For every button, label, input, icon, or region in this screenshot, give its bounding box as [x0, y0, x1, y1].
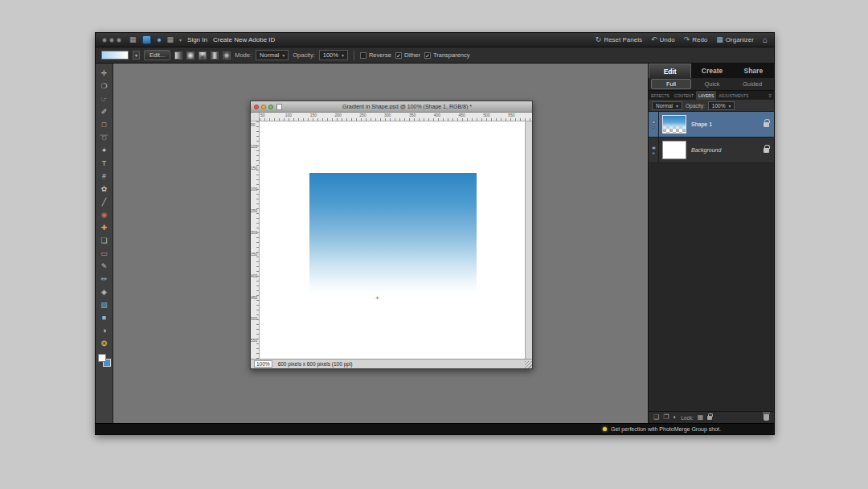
lock-all-icon[interactable]: [707, 416, 712, 420]
tab-effects[interactable]: EFFECTS: [649, 91, 672, 100]
zoom-level-field[interactable]: 100%: [254, 360, 272, 368]
window-zoom-button[interactable]: [117, 38, 121, 43]
shape-tool[interactable]: ■: [98, 311, 111, 324]
reset-panels-button[interactable]: ↻ Reset Panels: [596, 36, 642, 43]
crop-tool[interactable]: #: [98, 170, 111, 183]
layer-opacity-dropdown[interactable]: 100% ▾: [708, 101, 735, 110]
layer-blend-mode-dropdown[interactable]: Normal ▾: [652, 101, 682, 110]
type-tool[interactable]: T: [98, 157, 111, 170]
color-swatches[interactable]: [98, 354, 111, 367]
layer-visibility-toggle[interactable]: [649, 138, 659, 162]
close-icon[interactable]: [254, 105, 259, 109]
opacity-dropdown[interactable]: 100% ▾: [319, 50, 348, 60]
canvas[interactable]: +: [260, 121, 525, 359]
tab-create[interactable]: Create: [691, 64, 732, 78]
redo-button[interactable]: ↷ Redo: [684, 36, 708, 43]
rect-marquee-tool[interactable]: □: [98, 118, 111, 131]
hand-tool[interactable]: ☞: [98, 92, 111, 105]
reflected-gradient-icon[interactable]: [211, 51, 219, 60]
panel-menu-icon[interactable]: ≡: [768, 91, 774, 100]
eye-icon[interactable]: [652, 126, 655, 129]
tab-adjustments[interactable]: ADJUSTMENTS: [716, 91, 751, 100]
smart-brush-tool[interactable]: ✏: [98, 273, 111, 286]
vertical-ruler: 50100150200250300350400450500550: [251, 121, 260, 359]
eye-icon[interactable]: [652, 121, 656, 124]
tab-guided[interactable]: Guided: [733, 80, 772, 88]
new-group-icon[interactable]: ❐: [663, 414, 669, 421]
window-close-button[interactable]: [102, 38, 107, 43]
titlebar-actions: ↻ Reset Panels ↶ Undo ↷ Redo ▦ Organizer…: [596, 35, 768, 44]
blur-tool[interactable]: ◑: [98, 324, 111, 337]
checkbox-box[interactable]: ✓: [395, 52, 402, 59]
zoom-window-icon[interactable]: [268, 105, 273, 109]
tab-quick[interactable]: Quick: [693, 80, 731, 88]
layout-grid-icon[interactable]: ▦: [167, 36, 174, 43]
cookie-cutter-tool[interactable]: ✿: [98, 183, 111, 195]
straighten-tool[interactable]: ╱: [98, 195, 111, 208]
sign-in-link[interactable]: Sign In: [187, 36, 207, 43]
tip-text[interactable]: Get perfection with PhotoMerge Group sho…: [611, 426, 721, 432]
edit-gradient-button[interactable]: Edit...: [144, 50, 170, 60]
photoshop-app-icon[interactable]: [142, 35, 151, 44]
document-window[interactable]: Gradient in Shape.psd @ 100% (Shape 1, R…: [250, 101, 533, 369]
foreground-color-swatch[interactable]: [98, 354, 106, 362]
tab-edit[interactable]: Edit: [649, 64, 691, 78]
eraser-tool[interactable]: ▭: [98, 247, 111, 260]
checkbox-box[interactable]: ✓: [424, 52, 431, 59]
home-icon[interactable]: ⌂: [763, 35, 768, 44]
clone-stamp-tool[interactable]: ❏: [98, 234, 111, 247]
layer-thumbnail[interactable]: [662, 115, 686, 134]
minimize-icon[interactable]: [261, 105, 266, 109]
eye-icon[interactable]: [652, 146, 656, 150]
blend-mode-dropdown[interactable]: Normal ▾: [256, 50, 289, 60]
zoom-tool[interactable]: ❍: [98, 80, 111, 92]
eyedropper-tool[interactable]: ✐: [98, 105, 111, 118]
diamond-gradient-icon[interactable]: [223, 51, 231, 60]
linear-gradient-icon[interactable]: [174, 51, 182, 60]
red-eye-tool[interactable]: ◉: [98, 208, 111, 221]
delete-layer-icon[interactable]: [764, 414, 769, 421]
workspace[interactable]: Gradient in Shape.psd @ 100% (Shape 1, R…: [113, 64, 648, 423]
document-window-controls[interactable]: [254, 105, 273, 109]
tab-share[interactable]: Share: [733, 64, 774, 78]
elements-app-icon[interactable]: [157, 38, 162, 43]
spot-healing-tool[interactable]: ✚: [98, 221, 111, 234]
lock-transparent-pixels-icon[interactable]: ▦: [698, 414, 704, 421]
window-minimize-button[interactable]: [109, 38, 114, 43]
dither-checkbox[interactable]: ✓ Dither: [395, 51, 420, 59]
quick-selection-tool[interactable]: ✦: [98, 144, 111, 157]
tab-layers[interactable]: LAYERS: [696, 91, 716, 100]
lasso-tool[interactable]: ➰: [98, 131, 111, 144]
gradient-preview-swatch[interactable]: [101, 51, 129, 60]
angle-gradient-icon[interactable]: [199, 51, 207, 60]
window-controls[interactable]: [102, 38, 121, 43]
transparency-checkbox[interactable]: ✓ Transparency: [424, 51, 470, 59]
vertical-scrollbar[interactable]: [525, 121, 532, 359]
adjustment-layer-icon[interactable]: ◐: [673, 414, 677, 421]
grid-icon[interactable]: ▦: [129, 36, 137, 43]
document-titlebar[interactable]: Gradient in Shape.psd @ 100% (Shape 1, R…: [251, 101, 532, 113]
radial-gradient-icon[interactable]: [186, 51, 194, 60]
eye-icon[interactable]: [652, 152, 655, 154]
gradient-tool[interactable]: ▧: [98, 298, 111, 311]
layer-row-shape-1[interactable]: Shape 1: [649, 112, 774, 138]
checkbox-box[interactable]: [360, 52, 366, 59]
resize-grip[interactable]: [525, 361, 532, 368]
organizer-button[interactable]: ▦ Organizer: [716, 36, 754, 43]
paint-bucket-tool[interactable]: ◈: [98, 286, 111, 298]
workspace-tabs: Edit Create Share: [649, 64, 774, 78]
move-tool[interactable]: ✛: [98, 67, 111, 80]
brush-tool[interactable]: ✎: [98, 260, 111, 273]
layer-visibility-toggle[interactable]: [649, 112, 659, 137]
tab-content[interactable]: CONTENT: [672, 91, 696, 100]
new-layer-icon[interactable]: ❏: [653, 414, 659, 421]
layer-row-background[interactable]: Background: [649, 138, 774, 163]
reset-panels-label: Reset Panels: [604, 36, 642, 43]
gradient-picker-dropdown[interactable]: ▾: [133, 51, 140, 60]
sponge-tool[interactable]: ❂: [98, 337, 111, 350]
reverse-checkbox[interactable]: Reverse: [360, 51, 391, 59]
undo-button[interactable]: ↶ Undo: [651, 36, 675, 43]
layer-thumbnail[interactable]: [662, 141, 686, 159]
tab-full[interactable]: Full: [651, 79, 691, 89]
create-adobe-id-link[interactable]: Create New Adobe ID: [213, 36, 275, 43]
